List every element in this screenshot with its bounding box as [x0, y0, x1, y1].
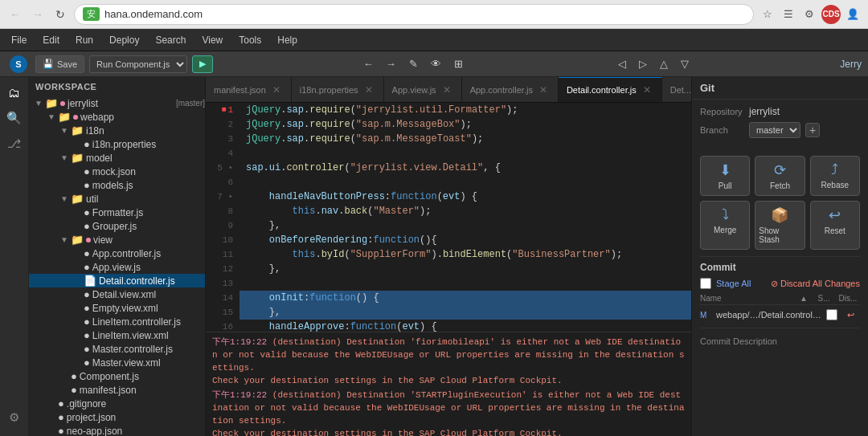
toolbar-nav-prev[interactable]: ◁	[613, 55, 631, 73]
git-icon[interactable]: ⎇	[2, 132, 27, 156]
tree-item-app-controller[interactable]: ▶ ● App.controller.js	[29, 247, 205, 260]
address-bar[interactable]: 安 hana.ondemand.com	[74, 4, 754, 25]
tab-i18n-properties[interactable]: i18n.properties ✕	[292, 77, 384, 103]
tree-item-app-view[interactable]: ▶ ● App.view.js	[29, 260, 205, 274]
console-area[interactable]: 下午1:19:22 (destination) Destination 'fio…	[206, 332, 691, 436]
code-line-8: this.nav.back("Master");	[240, 204, 691, 218]
tab-detail-controller-js[interactable]: Detail.controller.js ✕	[559, 77, 662, 103]
menu-view[interactable]: View	[194, 33, 231, 47]
menu-file[interactable]: File	[3, 33, 35, 47]
toolbar-nav-down[interactable]: ▽	[676, 55, 694, 73]
tree-item-project-json[interactable]: ▶ ● project.json	[29, 410, 205, 424]
back-button[interactable]: ←	[6, 6, 24, 23]
code-content[interactable]: jQuery.sap.require("jerrylist.util.Forma…	[240, 103, 691, 332]
file-name[interactable]: webapp/…/Detail.controller.js	[716, 310, 823, 320]
item-label: Grouper.js	[92, 221, 205, 232]
explorer-icon[interactable]: 🗂	[2, 80, 27, 104]
tree-item-detail-controller[interactable]: ▶ 📄 Detail.controller.js	[29, 274, 205, 287]
tree-item-gitignore[interactable]: ▶ ● .gitignore	[29, 397, 205, 410]
save-button[interactable]: 💾 Save	[35, 55, 84, 73]
settings-icon[interactable]: ⚙	[2, 405, 27, 430]
item-label: i18n.properties	[92, 139, 205, 150]
search-icon[interactable]: 🔍	[2, 106, 27, 130]
tree-item-master-view[interactable]: ▶ ● Master.view.xml	[29, 356, 205, 369]
tree-item-grouper-js[interactable]: ▶ ● Grouper.js	[29, 219, 205, 233]
expand-arrow: ▼	[58, 235, 71, 244]
bookmark-button[interactable]: ☆	[759, 6, 776, 23]
menu-search[interactable]: Search	[147, 33, 194, 47]
tree-item-lineitem-controller[interactable]: ▶ ● LineItem.controller.js	[29, 315, 205, 328]
tree-item-lineitem-view[interactable]: ▶ ● LineItem.view.xml	[29, 328, 205, 342]
menu-edit[interactable]: Edit	[35, 33, 68, 47]
profile-button[interactable]: 👤	[844, 6, 862, 23]
menu-run[interactable]: Run	[68, 33, 101, 47]
stage-all-btn[interactable]: Stage All	[716, 279, 751, 288]
stage-all-checkbox[interactable]	[700, 278, 711, 289]
tab-manifest-json[interactable]: manifest.json ✕	[206, 77, 292, 103]
extensions-button[interactable]: ⚙	[800, 6, 818, 23]
merge-icon: ⤵	[722, 206, 729, 223]
tab-close-btn[interactable]: ✕	[362, 84, 375, 96]
file-discard-btn[interactable]: ↩	[841, 310, 860, 320]
tab-close-btn[interactable]: ✕	[440, 84, 453, 96]
tree-item-view[interactable]: ▼ 📁 view	[29, 233, 205, 247]
tree-item-models-js[interactable]: ▶ ● models.js	[29, 178, 205, 192]
git-reset-btn[interactable]: ↩ Reset	[810, 201, 860, 250]
expand-arrow: ▼	[58, 153, 71, 162]
app-logo: S	[6, 52, 31, 76]
merge-label: Merge	[714, 226, 736, 234]
tree-item-component-js[interactable]: ▶ ● Component.js	[29, 369, 205, 383]
tree-item-detail-view[interactable]: ▶ ● Detail.view.xml	[29, 287, 205, 301]
tree-item-util[interactable]: ▼ 📁 util	[29, 192, 205, 206]
forward-button[interactable]: →	[29, 6, 47, 23]
stash-label: Show Stash	[759, 226, 800, 244]
layout-icon[interactable]: ⊞	[449, 55, 467, 73]
item-label: util	[86, 194, 205, 205]
toolbar-nav-next[interactable]: ▷	[634, 55, 652, 73]
tree-item-master-controller[interactable]: ▶ ● Master.controller.js	[29, 342, 205, 356]
tab-close-btn[interactable]: ✕	[270, 84, 283, 96]
code-line-7: handleNavButtonPress : function (evt) {	[240, 189, 691, 204]
tab-app-controller-js[interactable]: App.controller.js ✕	[462, 77, 559, 103]
tree-item-manifest-json[interactable]: ▶ ● manifest.json	[29, 383, 205, 397]
item-label: LineItem.view.xml	[92, 330, 205, 341]
git-stash-btn[interactable]: 📦 Show Stash	[755, 201, 805, 250]
tab-app-view-js[interactable]: App.view.js ✕	[384, 77, 462, 103]
menu-tools[interactable]: Tools	[231, 33, 269, 47]
run-select[interactable]: Run Component.js	[89, 55, 187, 73]
git-rebase-btn[interactable]: ⤴ Rebase	[810, 156, 860, 196]
next-button[interactable]: →	[382, 55, 399, 73]
run-button[interactable]: ▶	[192, 55, 213, 73]
tree-item-i18n[interactable]: ▼ 📁 i18n	[29, 124, 205, 137]
git-branch-add[interactable]: +	[805, 123, 820, 137]
tree-item-empty-view[interactable]: ▶ ● Empty.view.xml	[29, 301, 205, 315]
tree-item-i18n-properties[interactable]: ▶ ● i18n.properties	[29, 137, 205, 151]
git-fetch-btn[interactable]: ⟳ Fetch	[755, 156, 805, 196]
tab-close-btn[interactable]: ✕	[641, 84, 653, 96]
eye-icon[interactable]: 👁	[427, 55, 444, 73]
discard-all-btn[interactable]: ⊘ Discard All Changes	[771, 279, 860, 289]
tree-item-webapp[interactable]: ▼ 📁 webapp	[29, 110, 205, 124]
file-stage-checkbox[interactable]	[826, 309, 837, 320]
user-name[interactable]: Jerry	[840, 59, 862, 70]
tab-close-btn[interactable]: ✕	[537, 84, 550, 96]
edit-icon[interactable]: ✎	[404, 55, 422, 73]
menu-deploy[interactable]: Deploy	[101, 33, 147, 47]
prev-button[interactable]: ←	[359, 55, 377, 73]
code-editor[interactable]: ■1 2 3 4 5 • 6 7 • 8 9 10 11 12 13 14 15…	[206, 103, 691, 332]
git-merge-btn[interactable]: ⤵ Merge	[700, 201, 750, 250]
tree-item-formatter-js[interactable]: ▶ ● Formatter.js	[29, 206, 205, 219]
toolbar-nav-up[interactable]: △	[655, 55, 673, 73]
tree-item-mock-json[interactable]: ▶ ● mock.json	[29, 165, 205, 178]
browser-menu-button[interactable]: ☰	[780, 6, 797, 23]
reload-button[interactable]: ↻	[51, 6, 69, 23]
tree-item-jerrylist[interactable]: ▼ 📁 jerrylist [master]	[29, 96, 205, 110]
tree-item-model[interactable]: ▼ 📁 model	[29, 151, 205, 165]
git-branch-select[interactable]: master	[749, 122, 800, 138]
tab-det-ellipsis[interactable]: Det... ✕	[662, 77, 691, 103]
code-line-15: },	[240, 305, 691, 320]
git-pull-btn[interactable]: ⬇ Pull	[700, 156, 750, 196]
col-sort[interactable]: ▲	[796, 294, 812, 303]
menu-help[interactable]: Help	[269, 33, 305, 47]
tree-item-neo-app[interactable]: ▶ ● neo-app.json	[29, 424, 205, 436]
